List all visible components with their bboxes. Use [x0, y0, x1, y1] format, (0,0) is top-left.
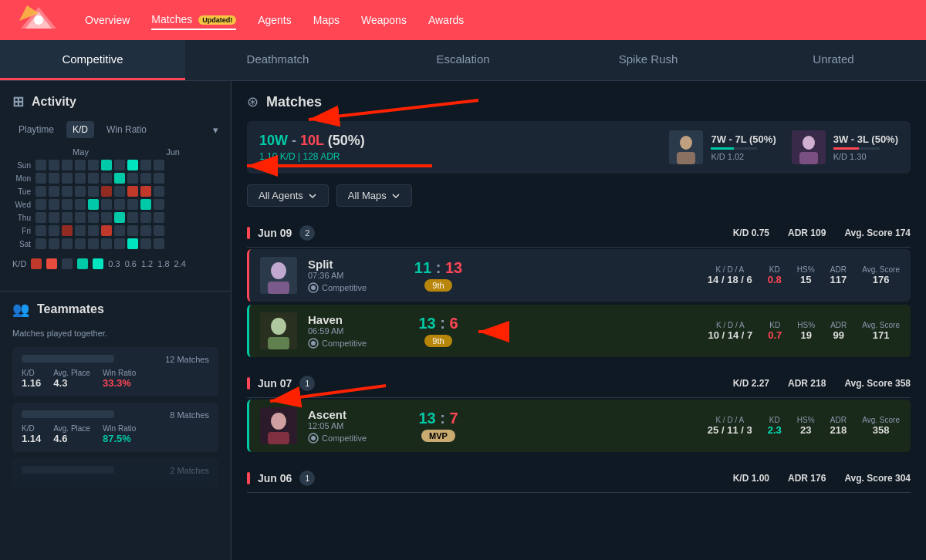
win-ratio-btn[interactable]: Win Ratio	[100, 121, 153, 138]
day-group-jun09: Jun 09 2 K/D 0.75 ADR 109 Avg. Score 174	[247, 219, 911, 357]
controls-arrow[interactable]: ▾	[213, 124, 218, 136]
day-count-3: 1	[299, 471, 315, 486]
day-stats-3: K/D 1.00 ADR 176 Avg. Score 304	[733, 473, 911, 484]
day-label-1: Jun 09	[258, 227, 292, 239]
teammate-kd-1: 1.16	[22, 377, 41, 389]
nav-weapons[interactable]: Weapons	[361, 11, 407, 29]
teammate-name-bar-3	[22, 466, 114, 474]
match-row-ascent[interactable]: Ascent 12:05 AM Competitive 13 :	[247, 400, 911, 452]
top-nav: Overview Matches Updated! Agents Maps We…	[0, 0, 926, 40]
activity-icon: ⊞	[12, 93, 24, 110]
sidebar: ⊞ Activity Playtime K/D Win Ratio ▾ May …	[0, 81, 231, 560]
nav-overview[interactable]: Overview	[85, 11, 130, 29]
teammate-row-1[interactable]: 12 Matches K/D 1.16 Avg. Place 4.3 Win R…	[12, 347, 218, 396]
teammate-row-3[interactable]: 2 Matches	[12, 458, 218, 487]
teammate-matches-2: 8 Matches	[170, 410, 209, 420]
svg-rect-6	[677, 152, 695, 164]
grid-row-sun: Sun	[12, 160, 218, 170]
nav-agents[interactable]: Agents	[258, 11, 292, 29]
teammates-section: 👥 Teammates Matches played together. 12 …	[0, 301, 231, 506]
grid-row-mon: Mon	[12, 173, 218, 184]
teammate-kd-2: 1.14	[22, 433, 41, 444]
svg-rect-17	[268, 337, 289, 349]
filter-maps-btn[interactable]: All Maps	[336, 184, 412, 207]
match-agent-img-ascent	[260, 407, 297, 444]
nav-awards[interactable]: Awards	[428, 11, 464, 29]
teammates-subtitle: Matches played together.	[12, 329, 218, 338]
day-label-3: Jun 06	[258, 472, 292, 484]
tab-escalation[interactable]: Escalation	[370, 40, 556, 80]
day-group-jun06: Jun 06 1 K/D 1.00 ADR 176 Avg. Score 304	[247, 464, 911, 493]
svg-rect-22	[268, 432, 289, 444]
match-rank-haven: 9th	[424, 335, 451, 347]
mode-tabs: Competitive Deathmatch Escalation Spike …	[0, 40, 926, 81]
summary-kd-adr: 1.10 K/D | 128 ADR	[259, 151, 365, 162]
nav-links: Overview Matches Updated! Agents Maps We…	[85, 10, 464, 30]
grid-row-sat: Sat	[12, 238, 218, 249]
day-stats-2: K/D 2.27 ADR 218 Avg. Score 358	[733, 378, 911, 389]
teammate-avg-1: 4.3	[53, 377, 90, 389]
chevron-down-icon	[308, 191, 317, 201]
match-info-haven: Haven 06:59 AM Competitive	[308, 313, 393, 349]
grid-row-wed: Wed	[12, 199, 218, 210]
match-info-ascent: Ascent 12:05 AM Competitive	[308, 408, 393, 444]
svg-point-8	[803, 136, 815, 150]
match-stats-ascent: K / D / A 25 / 11 / 3 KD 2.3 HS% 23 ADR …	[708, 416, 900, 436]
kd-btn[interactable]: K/D	[66, 121, 94, 138]
nav-matches[interactable]: Matches Updated!	[151, 10, 236, 30]
svg-point-11	[271, 262, 286, 279]
matches-title: Matches	[266, 94, 322, 110]
day-stats-1: K/D 0.75 ADR 109 Avg. Score 174	[733, 228, 911, 238]
match-stats-haven: K / D / A 10 / 14 / 7 KD 0.7 HS% 19 ADR …	[708, 321, 900, 341]
grid-row-thu: Thu	[12, 212, 218, 223]
teammate-name-bar-2	[22, 410, 114, 418]
content-area: ⊛ Matches 10W - 10L (50%) 1.10 K/D | 128…	[231, 81, 926, 560]
teammate-name-bar-1	[22, 355, 114, 363]
filter-agents-btn[interactable]: All Agents	[247, 184, 329, 207]
agent-summary-2: 3W - 3L (50%) K/D 1.30	[792, 130, 898, 164]
tab-deathmatch[interactable]: Deathmatch	[185, 40, 370, 80]
day-count-2: 1	[299, 376, 315, 391]
summary-wl: 10W - 10L (50%)	[259, 133, 365, 149]
playtime-btn[interactable]: Playtime	[12, 121, 60, 138]
tab-competitive[interactable]: Competitive	[0, 40, 185, 80]
svg-point-2	[34, 15, 43, 25]
match-row-split[interactable]: Split 07:36 AM Competitive 11 : 1	[247, 249, 911, 302]
activity-grid: May Jun Sun	[12, 147, 218, 249]
competitive-icon-2	[308, 338, 319, 349]
kd-legend: K/D 0.3 0.6 1.2 1.8 2.4	[12, 258, 218, 269]
tab-spike-rush[interactable]: Spike Rush	[556, 40, 741, 80]
agent-avatar-1	[669, 130, 703, 164]
match-agent-img-split	[260, 257, 297, 294]
teammate-matches-3: 2 Matches	[170, 466, 209, 475]
nav-maps[interactable]: Maps	[313, 11, 340, 29]
svg-point-14	[311, 285, 316, 290]
match-agent-img-haven	[260, 312, 297, 349]
match-rank-ascent: MVP	[421, 430, 455, 442]
day-indicator-1	[247, 227, 250, 239]
tab-unrated[interactable]: Unrated	[741, 40, 926, 80]
summary-agents: 7W - 7L (50%) K/D 1.02	[669, 130, 898, 164]
activity-title: ⊞ Activity	[12, 93, 218, 110]
svg-point-19	[311, 341, 316, 346]
match-stats-split: K / D / A 14 / 18 / 6 KD 0.8 HS% 15 ADR …	[708, 265, 900, 285]
svg-point-24	[311, 436, 316, 440]
matches-header: ⊛ Matches	[247, 93, 911, 110]
grid-row-fri: Fri	[12, 225, 218, 236]
svg-point-21	[271, 413, 286, 430]
grid-rows: Sun Mon	[12, 160, 218, 249]
activity-controls: Playtime K/D Win Ratio ▾	[12, 121, 218, 138]
svg-point-16	[271, 318, 286, 335]
svg-rect-9	[799, 152, 818, 164]
match-score-split: 11 : 13 9th	[404, 259, 473, 292]
nav-matches-badge: Updated!	[198, 15, 236, 25]
main-layout: ⊞ Activity Playtime K/D Win Ratio ▾ May …	[0, 81, 926, 560]
competitive-icon	[308, 282, 319, 293]
day-count-1: 2	[299, 225, 315, 241]
teammate-row-2[interactable]: 8 Matches K/D 1.14 Avg. Place 4.6 Win Ra…	[12, 403, 218, 452]
matches-icon: ⊛	[247, 93, 259, 110]
sidebar-divider	[0, 291, 231, 292]
svg-point-5	[680, 136, 692, 150]
agent-avatar-2	[792, 130, 826, 164]
match-row-haven[interactable]: Haven 06:59 AM Competitive 13 : 6	[247, 305, 911, 357]
